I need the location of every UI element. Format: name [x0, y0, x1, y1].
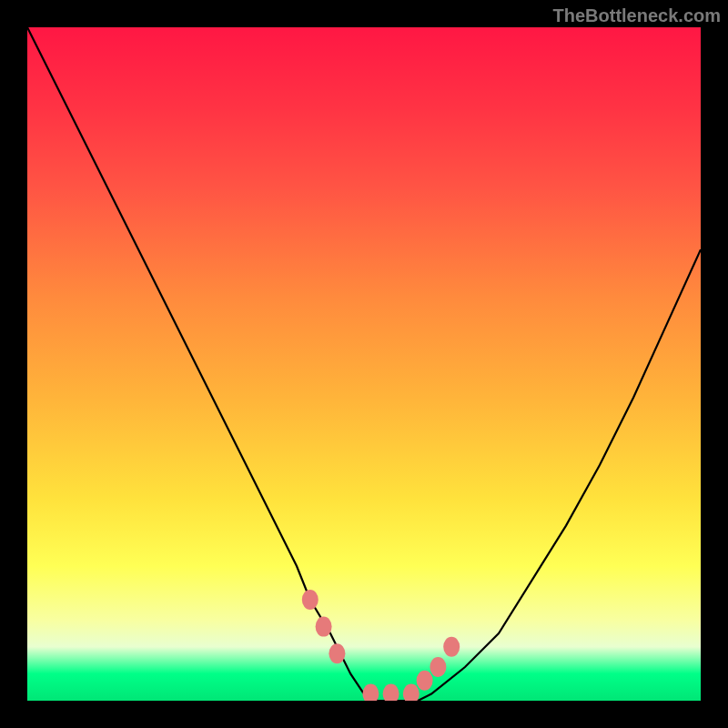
marker-point — [362, 684, 379, 701]
watermark-text: TheBottleneck.com — [553, 5, 721, 26]
chart-frame: TheBottleneck.com — [0, 0, 728, 728]
curve-svg — [27, 27, 701, 701]
marker-group — [302, 590, 460, 701]
marker-point — [403, 684, 420, 701]
plot-area — [27, 27, 701, 701]
bottleneck-curve-path — [27, 27, 701, 701]
marker-point — [329, 643, 345, 663]
marker-point — [383, 684, 399, 701]
marker-point — [443, 637, 460, 657]
marker-point — [302, 590, 318, 610]
marker-point — [316, 617, 332, 637]
marker-point — [430, 657, 446, 677]
marker-point — [417, 671, 433, 691]
